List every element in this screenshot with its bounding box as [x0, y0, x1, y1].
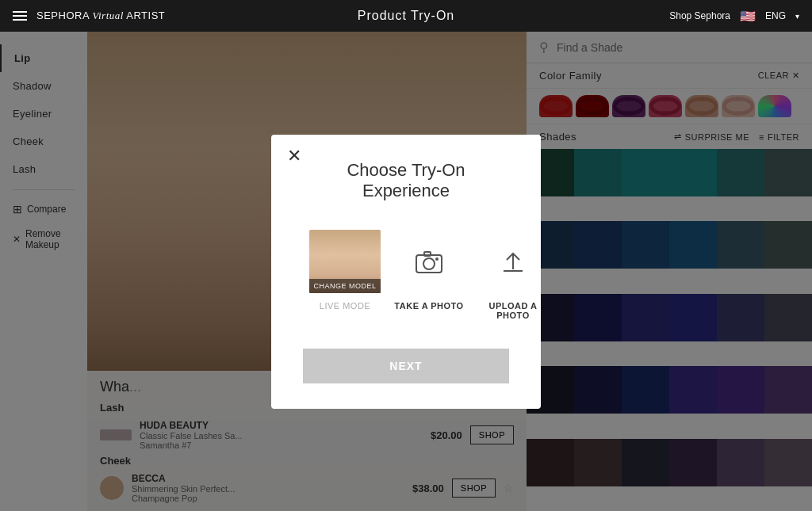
- language-selector[interactable]: ENG: [765, 10, 786, 21]
- app-header: SEPHORA Virtual ARTIST Product Try-On Sh…: [0, 0, 812, 32]
- model-preview-container: CHANGE MODEL: [309, 230, 381, 293]
- next-button[interactable]: NEXT: [303, 349, 509, 383]
- modal-title: Choose Try-On Experience: [303, 160, 509, 201]
- logo: SEPHORA Virtual ARTIST: [36, 10, 165, 22]
- modal-dialog: ✕ Choose Try-On Experience CHANGE MODEL …: [271, 135, 541, 409]
- upload-photo-option[interactable]: UPLOAD A PHOTO: [471, 220, 555, 330]
- svg-point-9: [435, 257, 439, 261]
- svg-rect-8: [424, 252, 431, 256]
- live-mode-label: LIVE MODE: [320, 301, 370, 311]
- modal-overlay[interactable]: ✕ Choose Try-On Experience CHANGE MODEL …: [0, 32, 812, 511]
- camera-icon-wrap: [393, 230, 465, 293]
- upload-icon-wrap: [477, 230, 549, 293]
- svg-point-7: [423, 258, 435, 269]
- menu-button[interactable]: [13, 11, 27, 21]
- take-photo-option[interactable]: TAKE A PHOTO: [387, 220, 471, 330]
- change-model-option[interactable]: CHANGE MODEL LIVE MODE: [303, 220, 387, 330]
- header-right: Shop Sephora 🇺🇸 ENG ▾: [669, 9, 799, 24]
- upload-photo-label: UPLOAD A PHOTO: [477, 301, 549, 320]
- shop-sephora-link[interactable]: Shop Sephora: [669, 10, 730, 21]
- camera-icon: [415, 247, 443, 276]
- page-title: Product Try-On: [358, 9, 454, 23]
- lang-dropdown-icon[interactable]: ▾: [795, 12, 799, 21]
- upload-icon: [499, 247, 527, 276]
- experience-options-row: CHANGE MODEL LIVE MODE: [303, 220, 509, 330]
- modal-close-button[interactable]: ✕: [287, 146, 301, 166]
- header-left: SEPHORA Virtual ARTIST: [13, 10, 165, 22]
- take-photo-label: TAKE A PHOTO: [394, 301, 463, 311]
- main-layout: Lip Shadow Eyeliner Cheek Lash ⊞ Compare…: [0, 32, 812, 511]
- flag-icon: 🇺🇸: [740, 9, 756, 24]
- change-model-badge: CHANGE MODEL: [309, 279, 381, 293]
